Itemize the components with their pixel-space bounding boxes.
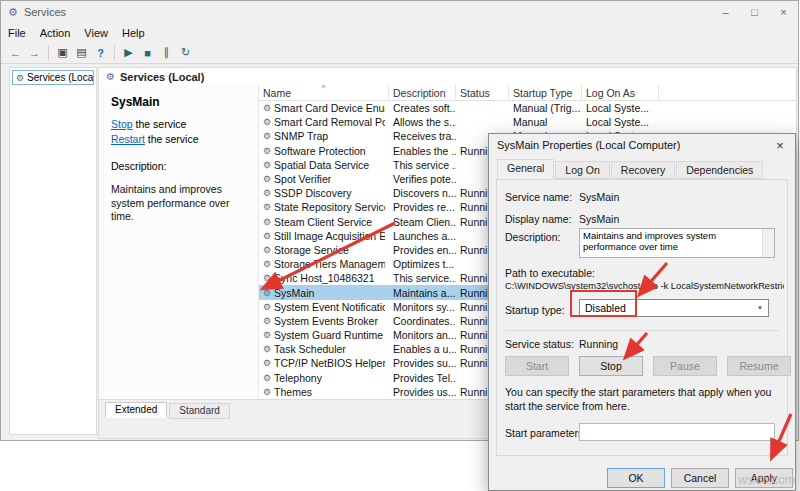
service-status-label: Service status: — [505, 338, 574, 350]
stop-service-suffix: the service — [133, 118, 187, 130]
tree-node-services-local[interactable]: ⚙ Services (Local) — [12, 70, 94, 85]
forward-icon[interactable]: → — [25, 44, 44, 62]
stop-service-link[interactable]: Stop — [111, 118, 133, 130]
display-name-value: SysMain — [579, 213, 619, 225]
dialog-separator — [505, 330, 779, 331]
sort-ascending-icon: ∧ — [321, 85, 326, 90]
service-gear-icon — [263, 174, 271, 184]
service-gear-icon — [263, 117, 271, 127]
table-header: ∧Name Description Status Startup Type Lo… — [259, 85, 796, 101]
description-scrollbar[interactable] — [762, 229, 774, 257]
tab-extended[interactable]: Extended — [105, 402, 167, 418]
pause-button: Pause — [653, 356, 717, 376]
tab-general[interactable]: General — [497, 159, 554, 179]
column-log-on-as[interactable]: Log On As — [582, 85, 659, 100]
pane-header-icon: ⚙ — [106, 71, 115, 82]
menu-view[interactable]: View — [77, 25, 115, 41]
service-name-label: Service name: — [505, 191, 572, 203]
dialog-title: SysMain Properties (Local Computer) — [497, 139, 765, 151]
description-label: Description: — [111, 160, 246, 172]
pane-header-title: Services (Local) — [120, 71, 204, 83]
service-gear-icon — [263, 217, 271, 227]
startup-type-highlight-box — [570, 290, 637, 317]
toolbar: ← → ▣ ▤ ? ▶ ■ ∥ ↻ — [1, 42, 798, 64]
screen: ⚙ Services – □ × File Action View Help ←… — [0, 0, 800, 491]
service-gear-icon — [263, 316, 271, 326]
tab-standard[interactable]: Standard — [169, 403, 230, 419]
stop-service-icon[interactable]: ■ — [138, 44, 157, 62]
dialog-close-icon[interactable]: × — [765, 135, 795, 156]
start-parameters-input[interactable] — [579, 423, 775, 441]
table-row[interactable]: Smart Card Device Enumera... Creates sof… — [259, 101, 796, 115]
column-name[interactable]: ∧Name — [259, 85, 389, 100]
path-value: C:\WINDOWS\system32\svchost.exe -k Local… — [505, 281, 784, 291]
service-gear-icon — [263, 288, 271, 298]
restart-service-icon[interactable]: ↻ — [176, 44, 195, 62]
close-button[interactable]: × — [769, 2, 798, 23]
resume-button: Resume — [727, 356, 791, 376]
export-list-icon[interactable]: ▤ — [72, 44, 91, 62]
service-gear-icon — [263, 273, 271, 283]
column-description-label: Description — [393, 87, 446, 99]
service-gear-icon — [263, 330, 271, 340]
help-icon[interactable]: ? — [91, 44, 110, 62]
watermark: wsidri.com — [738, 473, 795, 487]
service-gear-icon — [263, 358, 271, 368]
menu-file[interactable]: File — [1, 25, 33, 41]
start-parameters-label: Start parameters: — [505, 427, 586, 439]
sysmain-properties-dialog: SysMain Properties (Local Computer) × Ge… — [488, 133, 796, 491]
tree-node-label: Services (Local) — [27, 72, 94, 83]
service-gear-icon — [263, 259, 271, 269]
service-gear-icon — [263, 387, 271, 397]
restart-service-line: Restart the service — [111, 133, 246, 145]
service-gear-icon — [263, 131, 271, 141]
service-name-value: SysMain — [579, 191, 619, 203]
minimize-button[interactable]: – — [711, 2, 740, 23]
tab-recovery[interactable]: Recovery — [611, 161, 675, 179]
titlebar: ⚙ Services – □ × — [1, 1, 798, 23]
chevron-down-icon: ▼ — [752, 305, 768, 311]
service-gear-icon — [263, 344, 271, 354]
service-gear-icon — [263, 373, 271, 383]
toolbar-separator — [48, 45, 49, 60]
restart-service-link[interactable]: Restart — [111, 133, 145, 145]
pane-header: ⚙ Services (Local) — [99, 68, 796, 85]
console-tree: ⚙ Services (Local) — [9, 67, 97, 435]
service-gear-icon — [263, 302, 271, 312]
tab-log-on[interactable]: Log On — [555, 161, 609, 179]
menu-action[interactable]: Action — [33, 25, 78, 41]
service-status-value: Running — [579, 338, 618, 350]
column-description[interactable]: Description — [389, 85, 456, 100]
description-text: Maintains and improves system performanc… — [111, 183, 246, 224]
service-gear-icon — [263, 146, 271, 156]
stop-service-line: Stop the service — [111, 118, 246, 130]
table-row[interactable]: Smart Card Removal Policy Allows the s..… — [259, 115, 796, 129]
column-startup-type[interactable]: Startup Type — [509, 85, 582, 100]
window-title: Services — [24, 6, 711, 18]
menu-help[interactable]: Help — [115, 25, 152, 41]
ok-button[interactable]: OK — [607, 468, 665, 488]
start-service-icon[interactable]: ▶ — [119, 44, 138, 62]
start-button: Start — [505, 356, 569, 376]
restart-service-suffix: the service — [145, 133, 199, 145]
show-console-tree-icon[interactable]: ▣ — [53, 44, 72, 62]
dialog-tabs: General Log On Recovery Dependencies — [497, 161, 764, 181]
back-icon[interactable]: ← — [6, 44, 25, 62]
dialog-description-box[interactable]: Maintains and improves system performanc… — [579, 228, 775, 258]
column-startup-type-label: Startup Type — [513, 87, 572, 99]
column-status[interactable]: Status — [456, 85, 509, 100]
tab-dependencies[interactable]: Dependencies — [676, 161, 763, 179]
cancel-button[interactable]: Cancel — [671, 468, 729, 488]
dialog-description-label: Description: — [505, 231, 560, 243]
service-gear-icon — [263, 188, 271, 198]
startup-type-label: Startup type: — [505, 304, 565, 316]
pause-service-icon[interactable]: ∥ — [157, 44, 176, 62]
service-gear-icon — [263, 160, 271, 170]
services-app-icon: ⚙ — [8, 5, 18, 19]
column-name-label: Name — [263, 87, 291, 99]
service-gear-icon — [263, 202, 271, 212]
extended-description-pane: SysMain Stop the service Restart the ser… — [99, 85, 259, 399]
stop-button[interactable]: Stop — [579, 356, 643, 376]
maximize-button[interactable]: □ — [740, 2, 769, 23]
start-parameters-note: You can specify the start parameters tha… — [505, 386, 791, 413]
